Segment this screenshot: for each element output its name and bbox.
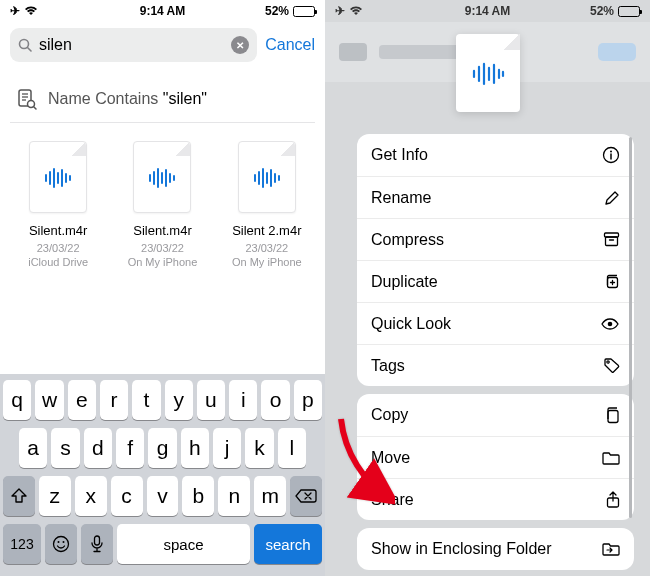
file-location: iCloud Drive [6,256,110,268]
menu-quick-look[interactable]: Quick Look [357,302,634,344]
suggestion-text: Name Contains "silen" [48,90,207,108]
svg-point-41 [610,151,612,153]
menu-move[interactable]: Move [357,436,634,478]
svg-point-31 [63,541,65,543]
key-x[interactable]: x [75,476,107,516]
battery-icon [618,6,640,17]
tag-icon [603,357,620,374]
file-icon [238,141,296,213]
battery-icon [293,6,315,17]
file-name: Silent.m4r [6,223,110,238]
copy-icon [604,406,620,424]
enclosing-folder-icon [602,542,620,556]
search-icon [18,38,33,53]
key-y[interactable]: y [165,380,193,420]
menu-group: Copy Move Share [357,394,634,520]
key-n[interactable]: n [218,476,250,516]
file-tile[interactable]: Silent.m4r 23/03/22 On My iPhone [110,141,214,268]
menu-get-info[interactable]: Get Info [357,134,634,176]
status-time: 9:14 AM [140,4,186,18]
info-icon [602,146,620,164]
menu-group: Get Info Rename Compress Duplicate Quick… [357,134,634,386]
key-mic[interactable] [81,524,113,564]
file-tile[interactable]: Silent.m4r 23/03/22 iCloud Drive [6,141,110,268]
menu-duplicate[interactable]: Duplicate [357,260,634,302]
key-w[interactable]: w [35,380,63,420]
airplane-mode-icon: ✈︎ [10,4,20,18]
archive-icon [603,232,620,247]
key-d[interactable]: d [84,428,112,468]
key-f[interactable]: f [116,428,144,468]
key-k[interactable]: k [245,428,273,468]
file-name: Silent.m4r [110,223,214,238]
svg-line-7 [34,107,37,110]
key-l[interactable]: l [278,428,306,468]
key-r[interactable]: r [100,380,128,420]
menu-rename[interactable]: Rename [357,176,634,218]
scroll-indicator [629,137,632,518]
file-location: On My iPhone [110,256,214,268]
file-icon [133,141,191,213]
key-p[interactable]: p [294,380,322,420]
key-t[interactable]: t [132,380,160,420]
phone-left-search: ✈︎ 9:14 AM 52% silen ✕ Cancel Name Conta… [0,0,325,576]
file-tile[interactable]: Silent 2.m4r 23/03/22 On My iPhone [215,141,319,268]
key-j[interactable]: j [213,428,241,468]
cancel-button[interactable]: Cancel [265,36,315,54]
wifi-icon [349,6,363,16]
svg-rect-44 [606,237,618,246]
file-preview-icon [456,34,520,112]
key-q[interactable]: q [3,380,31,420]
key-space[interactable]: space [117,524,250,564]
search-suggestion[interactable]: Name Contains "silen" [10,78,315,123]
key-e[interactable]: e [68,380,96,420]
file-name: Silent 2.m4r [215,223,319,238]
menu-compress[interactable]: Compress [357,218,634,260]
svg-point-48 [607,361,609,363]
key-z[interactable]: z [39,476,71,516]
key-backspace[interactable] [290,476,322,516]
clear-search-button[interactable]: ✕ [231,36,249,54]
file-date: 23/03/22 [110,242,214,254]
key-s[interactable]: s [51,428,79,468]
eye-icon [600,318,620,330]
kb-row-4: 123 space search [3,524,322,564]
key-o[interactable]: o [261,380,289,420]
status-time: 9:14 AM [465,4,511,18]
svg-rect-49 [608,411,618,423]
key-search[interactable]: search [254,524,322,564]
kb-row-3: zxcvbnm [3,476,322,516]
key-b[interactable]: b [182,476,214,516]
battery-percent: 52% [265,4,289,18]
duplicate-icon [603,273,620,290]
file-icon [29,141,87,213]
key-c[interactable]: c [111,476,143,516]
key-i[interactable]: i [229,380,257,420]
share-icon [606,491,620,509]
menu-copy[interactable]: Copy [357,394,634,436]
search-text: silen [39,36,225,54]
svg-line-1 [28,47,32,51]
menu-tags[interactable]: Tags [357,344,634,386]
phone-right-context-menu: ✈︎ 9:14 AM 52% Get Info Rename Compress … [325,0,650,576]
search-input[interactable]: silen ✕ [10,28,257,62]
name-contains-icon [16,88,38,110]
keyboard: qwertyuiop asdfghjkl zxcvbnm 123 space s… [0,374,325,576]
key-u[interactable]: u [197,380,225,420]
key-m[interactable]: m [254,476,286,516]
context-menu: Get Info Rename Compress Duplicate Quick… [357,134,634,568]
key-emoji[interactable] [45,524,77,564]
svg-rect-32 [95,536,100,545]
key-g[interactable]: g [148,428,176,468]
key-123[interactable]: 123 [3,524,41,564]
key-v[interactable]: v [147,476,179,516]
svg-point-47 [608,321,613,326]
svg-point-29 [54,537,69,552]
key-shift[interactable] [3,476,35,516]
file-location: On My iPhone [215,256,319,268]
menu-share[interactable]: Share [357,478,634,520]
key-h[interactable]: h [181,428,209,468]
menu-show-in-enclosing-folder[interactable]: Show in Enclosing Folder [357,528,634,570]
key-a[interactable]: a [19,428,47,468]
battery-percent: 52% [590,4,614,18]
